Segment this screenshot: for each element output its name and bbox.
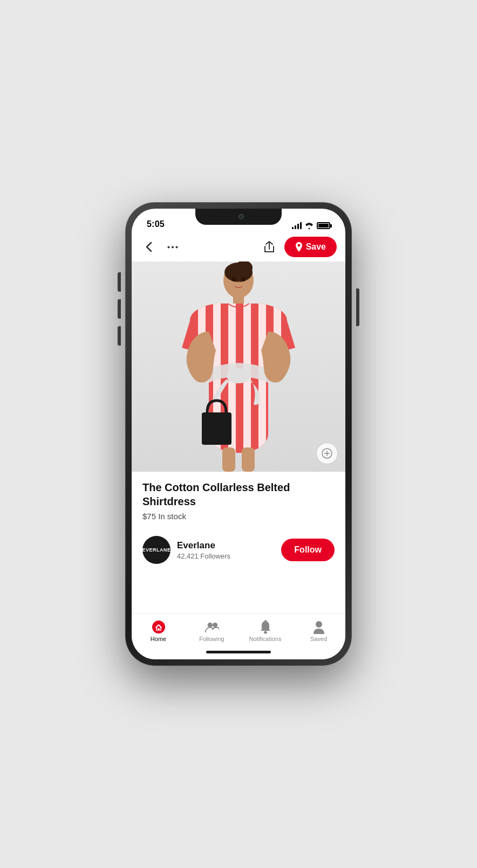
wifi-icon [305,223,314,229]
tab-home[interactable]: Home [132,618,185,646]
navigation-bar: Save [132,232,345,261]
home-bar [206,651,271,653]
expand-button[interactable] [316,443,338,464]
tab-notifications[interactable]: Notifications [238,618,292,646]
svg-rect-4 [233,295,244,305]
seller-avatar[interactable]: EVERLANE [142,536,171,564]
seller-name: Everlane [177,540,275,551]
dress-illustration [168,261,309,472]
svg-point-24 [207,623,212,628]
signal-icon [292,223,302,229]
tab-bar: Home Following [132,613,345,646]
notch [195,209,282,225]
svg-rect-16 [242,447,255,472]
svg-rect-17 [202,412,231,445]
tab-notifications-label: Notifications [249,636,282,642]
notifications-tab-icon [258,620,272,634]
product-title: The Cotton Collarless Belted Shirtdress [142,480,335,508]
seller-followers: 42,421 Followers [177,552,275,560]
svg-point-1 [172,246,174,248]
saved-tab-icon [312,620,326,634]
status-time: 5:05 [147,219,165,229]
battery-icon [317,222,330,229]
svg-point-28 [316,621,322,628]
product-info: The Cotton Collarless Belted Shirtdress … [132,472,345,579]
svg-point-23 [152,621,165,633]
svg-point-19 [242,277,246,281]
svg-point-2 [176,246,178,248]
seller-row: EVERLANE Everlane 42,421 Followers Follo… [142,529,335,570]
phone-frame: 5:05 [125,202,352,666]
more-options-button[interactable] [164,238,181,256]
svg-rect-15 [222,447,235,472]
tab-following[interactable]: Following [185,618,238,646]
phone-screen: 5:05 [132,209,345,659]
save-button[interactable]: Save [284,237,337,257]
home-tab-icon [152,620,166,634]
svg-point-7 [227,267,237,280]
status-icons [292,222,330,229]
svg-point-18 [232,277,236,281]
product-price: $75 In stock [142,512,335,521]
svg-point-25 [212,623,217,628]
follow-button[interactable]: Follow [281,539,335,561]
tab-saved-label: Saved [310,636,327,642]
tab-following-label: Following [199,636,224,642]
svg-point-26 [264,620,267,622]
tab-home-label: Home [151,636,166,642]
pin-icon [295,242,303,252]
following-tab-icon [205,620,219,634]
home-indicator [132,646,345,659]
product-image [132,261,345,472]
back-button[interactable] [140,238,158,256]
seller-info: Everlane 42,421 Followers [177,540,275,560]
svg-point-14 [227,368,250,383]
share-button[interactable] [261,238,278,256]
front-camera [238,214,244,219]
tab-saved[interactable]: Saved [292,618,345,646]
svg-point-27 [264,631,267,634]
seller-avatar-text: EVERLANE [142,547,171,553]
svg-point-0 [168,246,170,248]
